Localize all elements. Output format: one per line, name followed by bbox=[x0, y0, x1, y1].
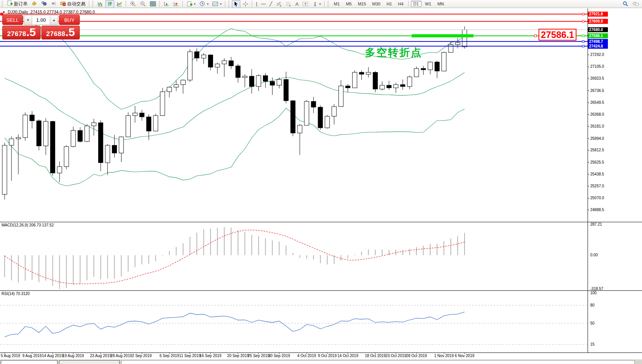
chart-annotation-text[interactable]: 多空转折点 bbox=[365, 46, 422, 59]
svg-text:24888.5: 24888.5 bbox=[590, 208, 604, 212]
svg-text:F: F bbox=[289, 5, 291, 7]
bar-chart-icon bbox=[97, 1, 103, 7]
one-click-trading-panel: SELL ▼ 1.00 ▲ BUY 27678 .5 27688 .5 bbox=[2, 15, 80, 39]
chart-shift-button[interactable] bbox=[172, 0, 181, 8]
cursor-button[interactable] bbox=[232, 0, 240, 8]
candle bbox=[236, 66, 240, 77]
tf-h4-button[interactable]: H4 bbox=[396, 1, 406, 7]
line-chart-button[interactable] bbox=[115, 0, 124, 8]
vertical-line-button[interactable]: | bbox=[255, 0, 259, 8]
market-watch-button[interactable] bbox=[30, 0, 39, 8]
svg-text:23 Aug 2019: 23 Aug 2019 bbox=[90, 354, 112, 358]
search-button[interactable] bbox=[621, 0, 630, 8]
auto-scroll-button[interactable] bbox=[162, 0, 171, 8]
sell-price-button[interactable]: 27678 .5 bbox=[2, 26, 41, 39]
tf-h1-button[interactable]: H1 bbox=[384, 1, 394, 7]
zoom-in-button[interactable] bbox=[128, 0, 138, 8]
new-order-icon bbox=[7, 0, 13, 7]
highlight-segment[interactable] bbox=[412, 34, 473, 37]
cursor-icon bbox=[233, 1, 239, 7]
sell-price-frac: .5 bbox=[26, 27, 36, 37]
navigator-button[interactable] bbox=[39, 0, 48, 8]
arrows-button[interactable]: ▾ bbox=[311, 0, 322, 8]
tf-d1-button[interactable]: D1 bbox=[411, 1, 422, 7]
tf-mn-button[interactable]: MN bbox=[435, 1, 447, 7]
fibonacci-button[interactable]: F bbox=[284, 0, 293, 8]
indicators-button[interactable]: ▾ bbox=[185, 0, 197, 8]
one-click-collapse-icon[interactable]: ▲ bbox=[2, 10, 5, 13]
svg-text:287.21: 287.21 bbox=[590, 222, 602, 226]
templates-button[interactable]: ▾ bbox=[211, 0, 223, 8]
autotrading-icon bbox=[60, 0, 66, 7]
autotrading-button[interactable]: 自动交易 bbox=[59, 0, 87, 8]
symbol-period: DJ30,Daily bbox=[8, 10, 28, 14]
zoom-out-button[interactable] bbox=[138, 0, 148, 8]
volume-increase-button[interactable]: ▲ bbox=[50, 15, 58, 25]
sell-button[interactable]: SELL bbox=[2, 15, 23, 25]
candle bbox=[43, 121, 48, 146]
tf-w1-button[interactable]: W1 bbox=[422, 1, 434, 7]
candle bbox=[16, 138, 21, 139]
signals-button[interactable] bbox=[49, 0, 58, 8]
svg-text:6 Sep 2019: 6 Sep 2019 bbox=[159, 354, 179, 358]
chart-tab[interactable] bbox=[59, 360, 120, 364]
tf-m5-button[interactable]: M5 bbox=[343, 1, 354, 7]
candle bbox=[304, 102, 309, 125]
community-button[interactable] bbox=[631, 0, 641, 8]
bar-chart-button[interactable] bbox=[96, 0, 105, 8]
signals-icon bbox=[51, 0, 56, 7]
candle bbox=[291, 101, 295, 133]
buy-price-button[interactable]: 27688 .5 bbox=[41, 26, 80, 39]
candle bbox=[455, 43, 460, 44]
trendline-button[interactable]: ╱ bbox=[268, 0, 274, 8]
volume-decrease-button[interactable]: ▼ bbox=[24, 15, 32, 25]
toolbar-grip bbox=[2, 1, 4, 7]
svg-text:27921.8: 27921.8 bbox=[589, 12, 603, 16]
svg-text:15: 15 bbox=[590, 342, 595, 346]
separator bbox=[225, 1, 226, 7]
price-level-box[interactable]: 27586.1 bbox=[539, 29, 576, 41]
volume-value[interactable]: 1.00 bbox=[32, 15, 50, 25]
candle bbox=[311, 102, 316, 107]
candle bbox=[208, 55, 213, 67]
svg-text:27105.0: 27105.0 bbox=[590, 64, 604, 69]
new-order-button[interactable]: 新订单 bbox=[5, 0, 29, 8]
periods-button[interactable]: ▾ bbox=[198, 0, 210, 8]
chevron-down-icon: ▾ bbox=[319, 2, 321, 6]
candle bbox=[92, 123, 96, 126]
candle bbox=[9, 139, 14, 145]
candle bbox=[373, 72, 378, 89]
buy-button[interactable]: BUY bbox=[59, 15, 80, 25]
svg-text:11 Sep 2019: 11 Sep 2019 bbox=[179, 354, 201, 358]
candle bbox=[229, 61, 233, 66]
candle bbox=[263, 75, 268, 81]
channel-button[interactable]: E bbox=[274, 0, 283, 8]
arrows-icon bbox=[312, 1, 318, 7]
new-order-label: 新订单 bbox=[14, 1, 28, 7]
horizontal-line-button[interactable]: — bbox=[259, 0, 267, 8]
svg-text:25070.0: 25070.0 bbox=[590, 196, 604, 200]
chart-canvas[interactable]: 27292.027105.026923.526736.526549.526368… bbox=[0, 8, 642, 359]
tf-m15-button[interactable]: M15 bbox=[355, 1, 369, 7]
tf-m30-button[interactable]: M30 bbox=[369, 1, 383, 7]
text-label-button[interactable]: T bbox=[301, 0, 310, 8]
candle bbox=[462, 30, 467, 47]
separator bbox=[252, 1, 253, 7]
candle bbox=[85, 126, 89, 141]
tile-windows-button[interactable] bbox=[148, 0, 158, 8]
channel-icon: E bbox=[276, 1, 282, 7]
rsi-line bbox=[5, 312, 465, 337]
svg-text:MACD(12,26,9) 206.73 137.52: MACD(12,26,9) 206.73 137.52 bbox=[2, 223, 54, 227]
candlestick-chart-button[interactable] bbox=[105, 0, 114, 8]
candle bbox=[297, 125, 302, 133]
candle bbox=[23, 115, 28, 138]
bottom-tab-bar bbox=[0, 359, 642, 364]
text-button[interactable]: A bbox=[294, 0, 300, 8]
vertical-line-icon: | bbox=[256, 1, 257, 7]
chart-tab[interactable] bbox=[1, 360, 57, 364]
tf-m1-button[interactable]: M1 bbox=[331, 1, 342, 7]
crosshair-button[interactable] bbox=[241, 0, 250, 8]
svg-text:26181.0: 26181.0 bbox=[590, 124, 604, 128]
text-label-icon: T bbox=[302, 1, 309, 7]
svg-text:26368.0: 26368.0 bbox=[590, 112, 604, 116]
